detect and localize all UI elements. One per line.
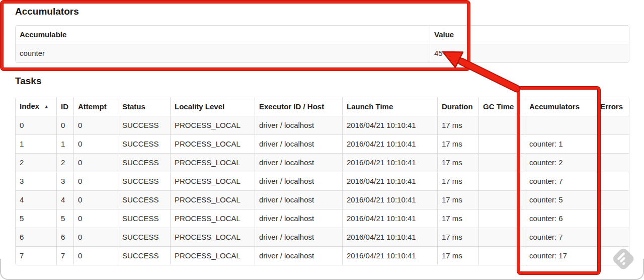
table-cell: 0 <box>73 228 118 246</box>
table-cell: 0 <box>73 116 118 134</box>
table-cell <box>478 246 525 265</box>
col-header-launch-time[interactable]: Launch Time <box>342 97 437 116</box>
table-cell: 17 ms <box>437 153 478 172</box>
col-header-accumulators[interactable]: Accumulators <box>525 97 596 116</box>
table-cell: 0 <box>73 153 118 172</box>
table-cell <box>596 190 629 209</box>
table-cell: SUCCESS <box>118 228 170 246</box>
table-cell <box>478 153 525 172</box>
table-cell: 2016/04/21 10:10:41 <box>342 116 437 134</box>
col-header-index-label: Index <box>20 102 39 110</box>
table-cell: 2016/04/21 10:10:41 <box>342 246 437 265</box>
table-cell: PROCESS_LOCAL <box>170 153 255 172</box>
table-cell: driver / localhost <box>255 153 342 172</box>
col-header-gc-time[interactable]: GC Time <box>478 97 525 116</box>
table-row: 220SUCCESSPROCESS_LOCALdriver / localhos… <box>16 153 629 172</box>
col-header-locality-level[interactable]: Locality Level <box>170 97 255 116</box>
table-cell: counter: 7 <box>525 228 596 246</box>
table-cell: SUCCESS <box>118 209 170 228</box>
col-header-index[interactable]: Index▲ <box>16 97 56 116</box>
table-row: 440SUCCESSPROCESS_LOCALdriver / localhos… <box>16 190 629 209</box>
table-cell: 17 ms <box>437 172 478 190</box>
table-cell: 0 <box>56 116 73 134</box>
table-cell: 0 <box>73 209 118 228</box>
table-cell: 0 <box>73 134 118 153</box>
table-cell: counter: 6 <box>525 209 596 228</box>
table-cell: 1 <box>56 134 73 153</box>
table-cell: counter: 2 <box>525 153 596 172</box>
table-cell <box>478 134 525 153</box>
col-header-duration[interactable]: Duration <box>437 97 478 116</box>
table-cell: PROCESS_LOCAL <box>170 172 255 190</box>
table-cell: PROCESS_LOCAL <box>170 209 255 228</box>
table-cell: 4 <box>16 190 56 209</box>
table-cell: 17 ms <box>437 209 478 228</box>
table-cell: counter: 1 <box>525 134 596 153</box>
spark-stage-details-page: Accumulators Accumulable Value counter45… <box>0 0 644 280</box>
table-cell: 0 <box>73 172 118 190</box>
table-cell: driver / localhost <box>255 172 342 190</box>
table-cell <box>478 190 525 209</box>
table-cell: counter: 17 <box>525 246 596 265</box>
table-cell <box>596 228 629 246</box>
table-cell: 1 <box>16 134 56 153</box>
table-cell: 7 <box>16 246 56 265</box>
tasks-header-row: Index▲ ID Attempt Status Locality Level … <box>16 97 629 116</box>
table-cell: 0 <box>16 116 56 134</box>
table-cell: 2016/04/21 10:10:41 <box>342 228 437 246</box>
col-header-attempt[interactable]: Attempt <box>73 97 118 116</box>
table-row: 660SUCCESSPROCESS_LOCALdriver / localhos… <box>16 228 629 246</box>
table-cell: 2016/04/21 10:10:41 <box>342 153 437 172</box>
col-header-id[interactable]: ID <box>56 97 73 116</box>
col-header-value: Value <box>430 26 629 44</box>
table-cell: driver / localhost <box>255 190 342 209</box>
table-cell: 7 <box>56 246 73 265</box>
col-header-errors[interactable]: Errors <box>596 97 629 116</box>
table-cell: driver / localhost <box>255 246 342 265</box>
table-cell <box>596 134 629 153</box>
table-cell: PROCESS_LOCAL <box>170 246 255 265</box>
table-row: 000SUCCESSPROCESS_LOCALdriver / localhos… <box>16 116 629 134</box>
col-header-accumulable: Accumulable <box>16 26 430 44</box>
table-row: 110SUCCESSPROCESS_LOCALdriver / localhos… <box>16 134 629 153</box>
table-cell: SUCCESS <box>118 172 170 190</box>
table-cell: 0 <box>73 190 118 209</box>
table-cell <box>478 172 525 190</box>
table-cell: 6 <box>56 228 73 246</box>
table-cell: 3 <box>56 172 73 190</box>
table-cell <box>596 116 629 134</box>
col-header-executor-id-host[interactable]: Executor ID / Host <box>255 97 342 116</box>
table-cell: driver / localhost <box>255 209 342 228</box>
table-cell: driver / localhost <box>255 116 342 134</box>
table-cell <box>478 116 525 134</box>
table-cell: 45 <box>430 44 629 62</box>
table-cell: 17 ms <box>437 116 478 134</box>
table-cell: 17 ms <box>437 134 478 153</box>
table-cell: SUCCESS <box>118 190 170 209</box>
table-cell <box>478 228 525 246</box>
table-cell: 2016/04/21 10:10:41 <box>342 190 437 209</box>
accumulators-table: Accumulable Value counter45 <box>15 25 629 63</box>
table-cell: 2 <box>56 153 73 172</box>
table-cell: 6 <box>16 228 56 246</box>
table-cell: counter: 7 <box>525 172 596 190</box>
table-cell: 2 <box>16 153 56 172</box>
table-cell: 2016/04/21 10:10:41 <box>342 209 437 228</box>
table-cell: driver / localhost <box>255 134 342 153</box>
tasks-table: Index▲ ID Attempt Status Locality Level … <box>15 97 629 265</box>
table-cell: 2016/04/21 10:10:41 <box>342 172 437 190</box>
table-cell: 3 <box>16 172 56 190</box>
table-cell: 17 ms <box>437 190 478 209</box>
table-cell: SUCCESS <box>118 246 170 265</box>
table-cell: 17 ms <box>437 246 478 265</box>
table-row: 770SUCCESSPROCESS_LOCALdriver / localhos… <box>16 246 629 265</box>
table-cell <box>478 209 525 228</box>
col-header-status[interactable]: Status <box>118 97 170 116</box>
table-cell: SUCCESS <box>118 153 170 172</box>
sort-asc-icon: ▲ <box>44 102 49 111</box>
table-cell: 0 <box>73 246 118 265</box>
table-cell: SUCCESS <box>118 134 170 153</box>
table-cell: 2016/04/21 10:10:41 <box>342 134 437 153</box>
table-cell: 5 <box>16 209 56 228</box>
table-cell: 17 ms <box>437 228 478 246</box>
